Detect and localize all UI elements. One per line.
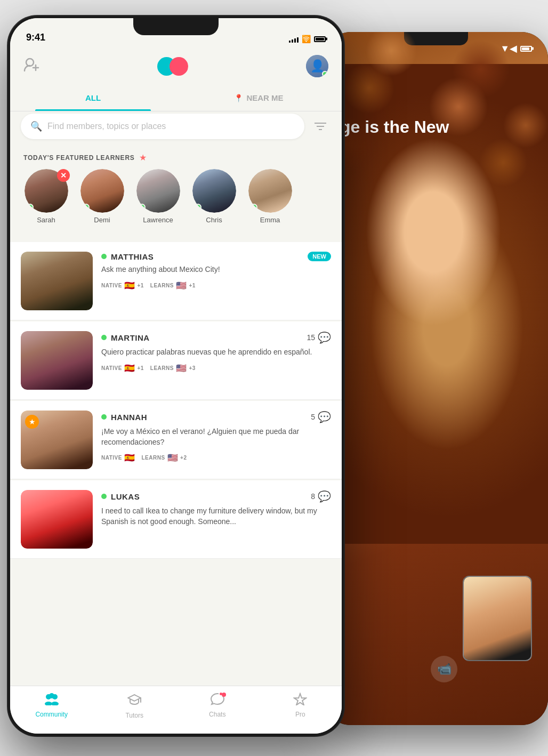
search-input-wrap[interactable]: 🔍 Find members, topics or places (21, 114, 304, 139)
nav-chats[interactable]: Chats (176, 693, 259, 718)
star-badge: ★ (25, 415, 39, 429)
user-card-header: MATTHIAS NEW (101, 252, 331, 261)
comment-number: 5 (311, 413, 315, 421)
nav-tutors[interactable]: Tutors (93, 693, 176, 719)
signal-icon (289, 35, 299, 43)
learns-flag: 🇺🇸 (167, 453, 179, 463)
featured-user-sarah[interactable]: ✕ Sarah (18, 169, 74, 224)
svg-point-9 (45, 702, 52, 705)
main-phone-screen: 9:41 🛜 (10, 18, 342, 734)
user-info-lukas: LUKAS 8 💬 I need to call Ikea to change … (101, 490, 331, 532)
user-name: LUKAS (111, 492, 140, 501)
main-tabs: ALL 📍 NEAR ME (10, 85, 342, 111)
user-photo-hannah: ★ (21, 411, 93, 469)
background-phone: ▼◀ ge is the New 📹 (324, 32, 548, 725)
svg-point-8 (49, 693, 54, 698)
comment-icon: 💬 (318, 490, 331, 503)
online-indicator (139, 204, 146, 211)
featured-user-emma[interactable]: Emma (242, 169, 298, 224)
main-phone: 9:41 🛜 (8, 16, 344, 736)
user-card-header: HANNAH 5 💬 (101, 411, 331, 423)
bg-text: ge is the New (340, 117, 449, 137)
learns-flag: 🇺🇸 (176, 280, 187, 291)
user-card-header: MARTINA 15 💬 (101, 331, 331, 344)
search-placeholder: Find members, topics or places (47, 122, 166, 131)
phone-notch (133, 18, 219, 35)
featured-user-name-emma: Emma (260, 216, 280, 224)
learns-label: LEARNS (141, 455, 165, 461)
pro-label: Pro (295, 711, 305, 718)
comment-number: 15 (307, 333, 315, 342)
nav-pro[interactable]: Pro (259, 693, 342, 718)
user-name: HANNAH (111, 413, 147, 422)
comment-count: 8 💬 (311, 490, 331, 503)
user-info-matthias: MATTHIAS NEW Ask me anything about Mexic… (101, 252, 331, 291)
user-card-hannah[interactable]: ★ HANNAH 5 💬 ¡ (10, 401, 342, 479)
learns-plus: +2 (180, 455, 187, 461)
native-lang: NATIVE 🇪🇸 (101, 453, 135, 463)
user-bio: Quiero practicar palabras nuevas que he … (101, 347, 331, 358)
featured-user-lawrence[interactable]: Lawrence (130, 169, 186, 224)
online-indicator (27, 204, 34, 211)
featured-user-demi[interactable]: Demi (74, 169, 130, 224)
bg-phone-screen: ▼◀ ge is the New 📹 (324, 32, 548, 725)
native-label: NATIVE (101, 365, 122, 371)
video-inset (463, 576, 532, 661)
user-list: MATTHIAS NEW Ask me anything about Mexic… (10, 242, 342, 691)
user-avatar[interactable]: 👤 (306, 55, 328, 77)
languages: NATIVE 🇪🇸 +1 LEARNS 🇺🇸 +3 (101, 363, 331, 373)
featured-user-name-sarah: Sarah (37, 216, 55, 224)
online-indicator (251, 204, 257, 211)
learns-plus: +3 (189, 365, 195, 371)
native-flag: 🇪🇸 (124, 453, 135, 463)
filter-button[interactable] (310, 116, 331, 137)
user-card-matthias[interactable]: MATTHIAS NEW Ask me anything about Mexic… (10, 242, 342, 320)
featured-avatar-chris (192, 169, 236, 213)
status-time: 9:41 (26, 32, 45, 43)
languages: NATIVE 🇪🇸 LEARNS 🇺🇸 +2 (101, 453, 331, 463)
comment-icon: 💬 (318, 331, 331, 344)
learns-lang: LEARNS 🇺🇸 +1 (150, 280, 196, 291)
user-photo-matthias (21, 252, 93, 310)
pin-icon: 📍 (234, 94, 243, 102)
video-cam-icon[interactable]: 📹 (431, 656, 457, 682)
user-card-lukas[interactable]: LUKAS 8 💬 I need to call Ikea to change … (10, 480, 342, 559)
featured-title: TODAY'S FEATURED LEARNERS ★ (10, 146, 342, 169)
wifi-icon: 🛜 (302, 35, 311, 43)
featured-user-name-chris: Chris (206, 216, 222, 224)
user-info-martina: MARTINA 15 💬 Quiero practicar palabras n… (101, 331, 331, 373)
native-flag: 🇪🇸 (124, 280, 135, 291)
add-user-button[interactable] (23, 58, 39, 75)
nav-community[interactable]: Community (10, 693, 93, 718)
online-indicator (83, 204, 90, 211)
featured-title-text: TODAY'S FEATURED LEARNERS (23, 154, 135, 162)
tab-all[interactable]: ALL (10, 85, 176, 111)
featured-avatar-demi (80, 169, 124, 213)
featured-avatar-lawrence (136, 169, 180, 213)
community-icon (44, 693, 59, 709)
native-plus: +1 (137, 365, 143, 371)
user-name: MARTINA (111, 333, 150, 342)
user-info-hannah: HANNAH 5 💬 ¡Me voy a México en el verano… (101, 411, 331, 463)
online-dot (101, 254, 107, 259)
user-card-header: LUKAS 8 💬 (101, 490, 331, 503)
bottom-nav: Community Tutors (10, 686, 342, 734)
online-indicator (195, 204, 202, 211)
online-dot (101, 494, 107, 499)
logo-pink-circle (170, 57, 188, 76)
featured-star-icon: ★ (139, 152, 147, 163)
app-header: 👤 (10, 47, 342, 85)
learns-lang: LEARNS 🇺🇸 +3 (150, 363, 196, 373)
user-photo-martina (21, 331, 93, 390)
tab-near-me[interactable]: 📍 NEAR ME (176, 85, 342, 111)
featured-user-chris[interactable]: Chris (186, 169, 242, 224)
new-badge: NEW (308, 252, 331, 261)
user-card-martina[interactable]: MARTINA 15 💬 Quiero practicar palabras n… (10, 321, 342, 400)
featured-user-name-demi: Demi (94, 216, 110, 224)
featured-section: TODAY'S FEATURED LEARNERS ★ ✕ Sarah (10, 146, 342, 232)
native-plus: +1 (137, 283, 143, 288)
languages: NATIVE 🇪🇸 +1 LEARNS 🇺🇸 +1 (101, 280, 331, 291)
comment-count: 5 💬 (311, 411, 331, 423)
user-name: MATTHIAS (111, 252, 154, 261)
close-button[interactable]: ✕ (57, 169, 70, 182)
